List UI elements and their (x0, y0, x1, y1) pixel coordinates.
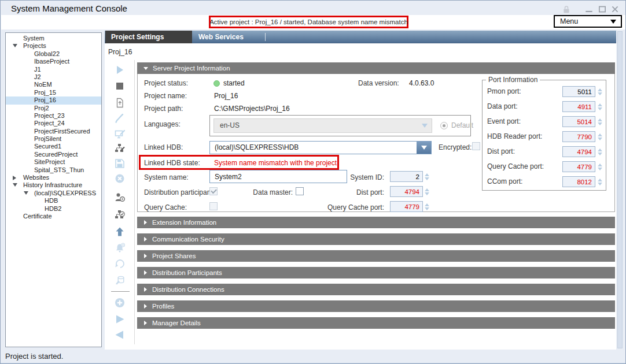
data-master-checkbox[interactable] (296, 187, 304, 195)
tree-item-history-infrastructure[interactable]: History Infrastructure (6, 181, 101, 189)
chevron-down-icon (421, 146, 427, 150)
query-cache-port-field[interactable]: 4779 (390, 201, 423, 212)
tree-item-hdb[interactable]: HDB (6, 197, 101, 205)
event-port-stepper[interactable] (596, 116, 603, 127)
tree-item-local-sqlexpress[interactable]: (local)\SQLEXPRESS (6, 190, 101, 197)
linked-hdb-state-value: System name mismatch with the project (214, 159, 337, 167)
tree-item-securedproject[interactable]: SecuredProject (6, 151, 101, 158)
start-project-icon[interactable] (113, 64, 126, 76)
status-message: Project is started. (5, 352, 63, 361)
event-port-label: Event port: (487, 117, 521, 125)
tree-item-projectfirstsecured[interactable]: ProjectFirstSecured (6, 128, 101, 135)
lock-icon[interactable] (562, 5, 571, 14)
tree-item-system[interactable]: System (6, 35, 101, 42)
tree-item-label: HDB (45, 197, 58, 204)
upgrade-project-icon[interactable] (113, 225, 126, 238)
tree-item-secured1[interactable]: Secured1 (6, 143, 101, 150)
tree-item-label: IbaseProject (34, 58, 69, 65)
profiles-section-header[interactable]: Profiles (137, 300, 615, 312)
collapse-arrow-icon[interactable] (24, 191, 28, 195)
tree-item-spital-sts-thun[interactable]: Spital_STS_Thun (6, 166, 101, 174)
disable-notifications-icon[interactable] (113, 242, 126, 254)
add-icon[interactable] (113, 296, 126, 309)
data-port-stepper[interactable] (596, 101, 603, 112)
event-port-field[interactable]: 5014 (562, 116, 595, 127)
user-credentials-icon[interactable] (113, 191, 126, 204)
tree-item-project-23[interactable]: Project_23 (6, 112, 101, 120)
dist-port-field[interactable]: 4794 (562, 146, 595, 157)
communication-security-section-header[interactable]: Communication Security (137, 233, 615, 245)
next-icon[interactable] (113, 313, 126, 325)
ccom-port-field[interactable]: 8012 (562, 176, 595, 187)
tree-item-proj-16[interactable]: Proj_16 (6, 96, 101, 104)
data-port-field[interactable]: 4911 (562, 101, 595, 112)
vertical-scrollbar[interactable] (617, 31, 623, 348)
tree-item-ibaseproject[interactable]: IbaseProject (6, 58, 101, 65)
tree-item-certificate[interactable]: Certificate (6, 213, 101, 220)
ccom-port-stepper[interactable] (596, 176, 603, 187)
data-version-value: 4.0.63.0 (409, 79, 434, 87)
tree-item-proj-15[interactable]: Proj_15 (6, 89, 101, 96)
minimize-button[interactable] (584, 5, 594, 14)
menu-dropdown[interactable]: Menu (554, 15, 622, 28)
tree-item-project-24[interactable]: Project_24 (6, 120, 101, 127)
distribution-check-icon[interactable] (113, 209, 126, 221)
previous-icon[interactable] (113, 328, 126, 341)
tree-item-siteproject[interactable]: SiteProject (6, 158, 101, 166)
system-id-stepper[interactable] (424, 171, 430, 182)
manager-details-section-header[interactable]: Manager Details (137, 317, 615, 329)
stop-project-icon[interactable] (113, 80, 126, 92)
dist-port-stepper[interactable] (424, 186, 430, 197)
restore-project-icon[interactable] (113, 96, 126, 109)
tree-item-global22[interactable]: Global22 (6, 50, 101, 58)
menu-label: Menu (560, 17, 610, 25)
server-project-information-section-header[interactable]: Server Project Information (137, 62, 615, 74)
data-version-label: Data version: (358, 79, 399, 87)
query-cache-port-field[interactable]: 4779 (562, 161, 595, 172)
linked-hdb-combobox[interactable]: (local)\SQLEXPRESS\HDB (209, 141, 432, 154)
cancel-icon[interactable] (113, 172, 126, 185)
tree-item-label: ProjectFirstSecured (34, 128, 90, 135)
tree-item-projects[interactable]: Projects (6, 42, 101, 50)
edit-station-icon[interactable] (113, 128, 126, 140)
close-button[interactable] (610, 5, 620, 14)
query-cache-port-stepper[interactable] (596, 161, 603, 172)
distribution-connections-section-header[interactable]: Distribution Connections (137, 284, 615, 295)
hdb-reader-port-stepper[interactable] (596, 131, 603, 142)
tab-project-settings[interactable]: Project Settings (105, 31, 192, 43)
edit-project-icon[interactable] (113, 112, 126, 125)
tree-item-noem[interactable]: NoEM (6, 81, 101, 88)
save-icon[interactable] (113, 157, 126, 170)
dist-port-field[interactable]: 4794 (390, 186, 423, 197)
expand-arrow-icon (144, 270, 147, 275)
project-shares-section-header[interactable]: Project Shares (137, 250, 615, 262)
collapse-arrow-icon[interactable] (13, 44, 17, 47)
cleanup-icon[interactable] (113, 257, 126, 270)
tree-item-j2[interactable]: J2 (6, 73, 101, 81)
tree-item-label: History Infrastructure (23, 181, 82, 188)
query-cache-port-stepper[interactable] (424, 201, 430, 212)
distribution-participant-checkbox (209, 187, 218, 195)
system-id-field[interactable]: 2 (390, 171, 423, 182)
pmon-port-stepper[interactable] (596, 86, 603, 97)
tree-item-websites[interactable]: Websites (6, 174, 101, 181)
tree-item-proj2[interactable]: Proj2 (6, 105, 101, 112)
tab-web-services-settings[interactable]: Web Services Settings (193, 31, 266, 43)
query-cache-checkbox (209, 202, 218, 210)
extension-information-section-header[interactable]: Extension Information (137, 217, 615, 228)
distribution-participants-section-header[interactable]: Distribution Participants (137, 267, 615, 278)
maximize-button[interactable] (598, 5, 607, 14)
pmon-port-field[interactable]: 5011 (562, 86, 595, 97)
dist-port-stepper[interactable] (596, 146, 603, 157)
linked-hdb-dropdown-button[interactable] (417, 142, 431, 154)
tree-item-j1[interactable]: J1 (6, 66, 101, 73)
hdb-reader-port-field[interactable]: 7790 (562, 131, 595, 142)
active-project-banner: Active project : Proj_16 / started, Data… (209, 16, 408, 28)
tree-item-hdb2[interactable]: HDB2 (6, 205, 101, 213)
clear-database-icon[interactable] (113, 273, 126, 286)
expand-arrow-icon[interactable] (13, 176, 16, 180)
collapse-arrow-icon[interactable] (13, 183, 17, 187)
tree-item-label: System (23, 35, 45, 42)
edit-distribution-icon[interactable] (113, 142, 126, 155)
tree-item-projsilent[interactable]: ProjSilent (6, 135, 101, 143)
